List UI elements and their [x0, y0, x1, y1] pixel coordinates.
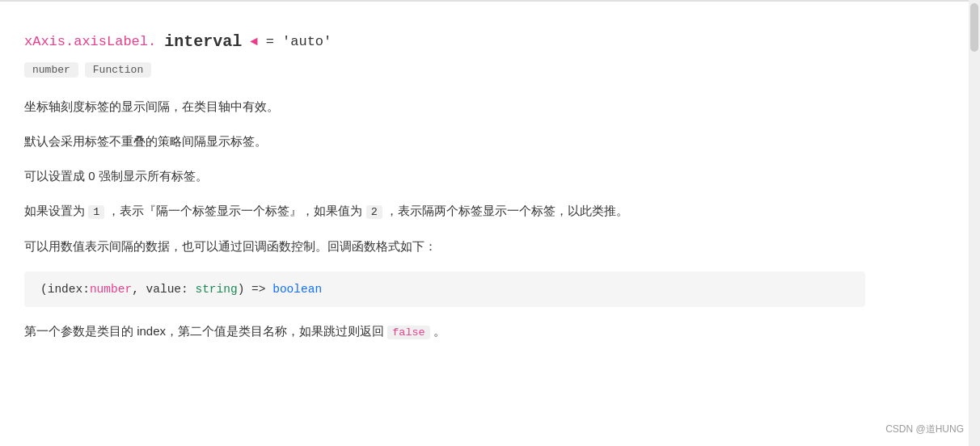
desc-paragraph-last: 第一个参数是类目的 index，第二个值是类目名称，如果跳过则返回 false … [24, 320, 865, 343]
code-block: (index:number, value: string) => boolean [40, 283, 849, 296]
desc-text-1: 坐标轴刻度标签的显示间隔，在类目轴中有效。 [24, 99, 279, 113]
scrollbar-thumb[interactable] [970, 3, 978, 52]
code-paren-close: ) => [238, 283, 273, 296]
code-type-boolean: boolean [272, 283, 322, 296]
top-border [0, 0, 980, 2]
type-badge-function: Function [85, 62, 151, 78]
footer-credit: CSDN @道HUNG [885, 423, 964, 436]
header-prefix: xAxis.axisLabel. [24, 34, 156, 49]
page-content: xAxis.axisLabel. interval ◄ = 'auto' num… [0, 18, 889, 376]
type-badges: number Function [24, 62, 865, 78]
header-default-value: 'auto' [282, 34, 332, 49]
header-property: interval [164, 32, 242, 51]
header-arrow: ◄ [250, 35, 258, 49]
desc-text-3: 可以设置成 0 强制显示所有标签。 [24, 169, 208, 183]
property-header: xAxis.axisLabel. interval ◄ = 'auto' [24, 32, 865, 51]
desc-text-5: 可以用数值表示间隔的数据，也可以通过回调函数控制。回调函数格式如下： [24, 239, 437, 253]
code-paren-open: (index: [40, 283, 90, 296]
desc-paragraph-1: 坐标轴刻度标签的显示间隔，在类目轴中有效。 [24, 95, 865, 117]
code-comma: , value: [132, 283, 195, 296]
code-block-wrapper: (index:number, value: string) => boolean [24, 271, 865, 307]
desc-paragraph-4: 如果设置为 1 ，表示『隔一个标签显示一个标签』，如果值为 2 ，表示隔两个标签… [24, 200, 865, 222]
header-equals: = [266, 34, 274, 49]
inline-code-1: 1 [88, 205, 104, 219]
inline-code-2: 2 [366, 205, 382, 219]
inline-false-value: false [387, 326, 430, 339]
code-type-string: string [195, 283, 237, 296]
desc-paragraph-3: 可以设置成 0 强制显示所有标签。 [24, 165, 865, 187]
scrollbar-area[interactable] [969, 0, 980, 446]
desc-paragraph-5: 可以用数值表示间隔的数据，也可以通过回调函数控制。回调函数格式如下： [24, 235, 865, 257]
desc-text-2: 默认会采用标签不重叠的策略间隔显示标签。 [24, 134, 267, 148]
description-block: 坐标轴刻度标签的显示间隔，在类目轴中有效。 默认会采用标签不重叠的策略间隔显示标… [24, 95, 865, 257]
type-badge-number: number [24, 62, 78, 78]
desc-paragraph-2: 默认会采用标签不重叠的策略间隔显示标签。 [24, 130, 865, 152]
code-type-number: number [90, 283, 132, 296]
